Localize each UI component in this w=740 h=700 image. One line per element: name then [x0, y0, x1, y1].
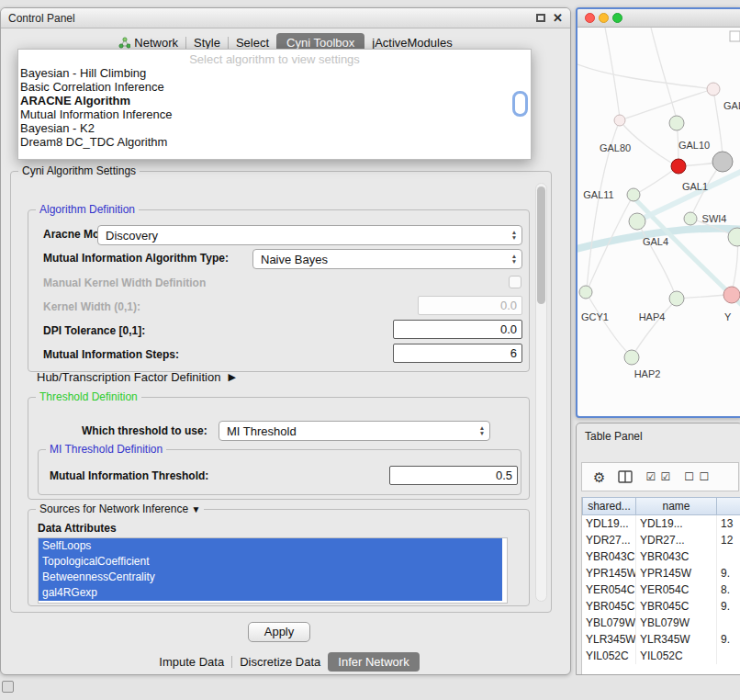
network-node[interactable] [629, 213, 645, 230]
node-label: GAL1 [682, 181, 708, 192]
deselect-all-checkboxes-icon[interactable]: ☐ ☐ [684, 470, 710, 483]
attribute-item-selected[interactable]: SelfLoops [39, 538, 502, 554]
combo-focus-ring-fragment [512, 91, 528, 117]
network-canvas[interactable]: GAL80 GAL10 GAL11 GAL1 SWI4 GAL4 GCY1 HA… [577, 28, 740, 418]
tab-infer-network[interactable]: Infer Network [328, 652, 419, 672]
dpi-tolerance-label: DPI Tolerance [0,1]: [43, 324, 145, 337]
cell[interactable]: YIL052C [582, 648, 636, 664]
dpi-tolerance-input[interactable] [393, 320, 522, 339]
split-columns-icon[interactable] [618, 470, 633, 483]
mi-type-combo[interactable]: Naive Bayes ▲▼ [252, 249, 522, 269]
table-row[interactable]: YIL052C YIL052C [582, 648, 740, 664]
table-toolbar: ⚙ ☑ ☑ ☐ ☐ [581, 462, 739, 491]
select-all-checkboxes-icon[interactable]: ☑ ☑ [645, 470, 671, 483]
table-row[interactable]: YDR27... YDR27... 12 [582, 532, 740, 548]
cell[interactable]: YBR045C [636, 598, 717, 615]
dropdown-item[interactable]: Bayesian - K2 [18, 121, 531, 135]
cell[interactable]: YBR043C [582, 548, 636, 565]
dropdown-item[interactable]: Dream8 DC_TDC Algorithm [18, 135, 531, 149]
cell[interactable]: YLR345W [636, 631, 717, 648]
settings-scrollbar[interactable] [535, 183, 547, 602]
sources-group-title[interactable]: Sources for Network Inference ▼ [36, 502, 204, 515]
mi-type-label: Mutual Information Algorithm Type: [43, 252, 229, 265]
cell[interactable]: YDL19... [582, 515, 636, 532]
table-row[interactable]: YER054C YER054C 8. [582, 581, 740, 598]
which-threshold-combo[interactable]: MI Threshold ▲▼ [219, 421, 490, 441]
cell[interactable]: YER054C [636, 581, 717, 598]
gear-icon[interactable]: ⚙ [593, 470, 605, 484]
dropdown-item[interactable]: Basic Correlation Inference [18, 80, 531, 94]
minimize-traffic-light[interactable] [599, 13, 609, 23]
cell[interactable]: 13 [717, 515, 740, 532]
table-row[interactable]: YBR043C YBR043C [582, 548, 740, 565]
table-panel-window: Table Panel ⚙ ☑ ☑ ☐ ☐ shared... name YDL… [576, 423, 740, 675]
column-header[interactable]: shared... [582, 497, 636, 515]
cell[interactable]: YPR145W [582, 565, 636, 581]
scrollbar-thumb[interactable] [537, 186, 545, 304]
cell[interactable]: 8. [717, 581, 740, 598]
tab-label: Discretize Data [240, 655, 320, 669]
cell[interactable]: 9. [717, 631, 740, 648]
cell[interactable]: YER054C [582, 581, 636, 598]
network-node[interactable] [669, 116, 684, 130]
close-icon[interactable]: ✕ [553, 11, 563, 25]
table-row[interactable]: YDL19... YDL19... 13 [582, 515, 740, 532]
dropdown-item[interactable]: Bayesian - Hill Climbing [18, 66, 531, 80]
network-node[interactable] [627, 188, 640, 201]
column-header[interactable]: name [636, 497, 717, 515]
attribute-item-selected[interactable]: TopologicalCoefficient [39, 554, 502, 570]
mi-steps-input[interactable] [393, 344, 522, 363]
table-row[interactable]: YPR145W YPR145W 9. [582, 565, 740, 581]
cell[interactable]: 12 [717, 532, 740, 548]
collapsed-panel-icon[interactable] [2, 681, 14, 693]
network-node[interactable] [614, 115, 625, 126]
cell[interactable]: YIL052C [636, 648, 717, 664]
cell[interactable] [717, 615, 740, 631]
node-label: SWI4 [702, 213, 727, 224]
cell[interactable]: YBL079W [636, 615, 717, 631]
aracne-mode-combo[interactable]: Discovery ▲▼ [97, 225, 522, 245]
network-node[interactable] [723, 287, 740, 303]
column-header[interactable] [717, 497, 740, 515]
table-row[interactable]: YLR345W YLR345W 9. [582, 631, 740, 648]
cell[interactable]: YDL19... [636, 515, 717, 532]
float-window-icon[interactable] [536, 14, 545, 22]
network-scroll-corner[interactable] [730, 31, 740, 41]
cell[interactable]: YBR043C [636, 548, 717, 565]
cell[interactable]: YDR27... [582, 532, 636, 548]
tab-label: Select [236, 36, 269, 50]
table-row[interactable]: YBR045C YBR045C 9. [582, 598, 740, 615]
cell[interactable]: 9. [717, 598, 740, 615]
cell[interactable]: YDR27... [636, 532, 717, 548]
zoom-traffic-light[interactable] [612, 13, 622, 23]
collapse-down-icon: ▼ [191, 504, 200, 514]
network-node[interactable] [707, 83, 720, 96]
cell[interactable]: YBR045C [582, 598, 636, 615]
hub-definition-expander[interactable]: Hub/Transcription Factor Definition ▶ [37, 370, 236, 384]
dropdown-item-selected[interactable]: ARACNE Algorithm [18, 94, 531, 107]
cell[interactable]: YBL079W [582, 615, 636, 631]
network-node-selected[interactable] [671, 159, 686, 174]
attribute-item-selected[interactable]: BetweennessCentrality [39, 570, 502, 585]
network-node[interactable] [684, 212, 697, 225]
network-node[interactable] [712, 152, 733, 172]
tab-impute-data[interactable]: Impute Data [151, 652, 231, 672]
bottom-tabs: Impute Data Discretize Data Infer Networ… [1, 652, 570, 672]
dropdown-item[interactable]: Mutual Information Inference [18, 107, 531, 121]
network-node[interactable] [579, 286, 592, 299]
cell[interactable]: 9. [717, 565, 740, 581]
network-node[interactable] [669, 291, 684, 306]
mi-threshold-input[interactable] [389, 466, 518, 485]
apply-button[interactable]: Apply [248, 622, 310, 642]
kernel-width-input[interactable] [418, 296, 522, 315]
tab-discretize-data[interactable]: Discretize Data [232, 652, 328, 672]
attribute-item-selected[interactable]: gal4RGexp [39, 585, 502, 601]
cell[interactable] [717, 648, 740, 664]
manual-kernel-checkbox[interactable] [509, 276, 521, 288]
cell[interactable]: YPR145W [636, 565, 717, 581]
cell[interactable]: YLR345W [582, 631, 636, 648]
network-node[interactable] [624, 350, 639, 365]
table-row[interactable]: YBL079W YBL079W [582, 615, 740, 631]
close-traffic-light[interactable] [585, 13, 595, 23]
cell[interactable] [717, 548, 740, 565]
